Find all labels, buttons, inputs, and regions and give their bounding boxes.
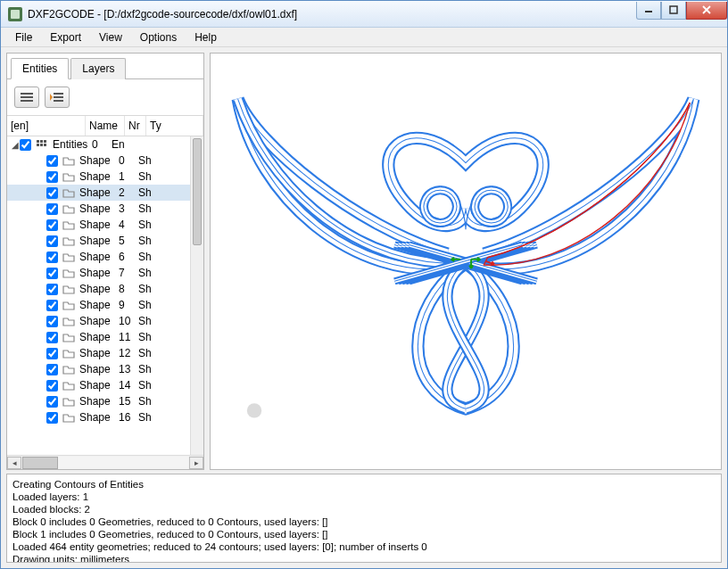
svg-rect-2: [37, 140, 39, 143]
menu-help[interactable]: Help: [187, 29, 224, 45]
folder-icon: [62, 331, 76, 343]
row-name: Shape: [79, 170, 119, 183]
tree-root-row[interactable]: ◢Entities0En: [7, 136, 190, 153]
row-checkbox[interactable]: [46, 332, 58, 343]
titlebar[interactable]: DXF2GCODE - [D:/dxf2gcode-sourcecode/dxf…: [1, 1, 727, 28]
horizontal-scrollbar[interactable]: ◂ ▸: [7, 455, 203, 469]
row-checkbox[interactable]: [46, 380, 58, 392]
folder-icon: [62, 251, 76, 263]
row-name: Shape: [79, 395, 119, 408]
row-checkbox[interactable]: [46, 155, 58, 167]
row-checkbox[interactable]: [46, 235, 58, 247]
tree-shape-row[interactable]: Shape4Sh: [7, 217, 190, 233]
row-ty: Sh: [138, 202, 152, 215]
row-ty: Sh: [138, 347, 152, 359]
tree-shape-row[interactable]: Shape15Sh: [7, 393, 190, 409]
row-checkbox[interactable]: [46, 203, 58, 215]
vertical-scrollbar[interactable]: [190, 136, 203, 455]
row-ty: Sh: [138, 283, 152, 295]
row-checkbox[interactable]: [46, 300, 58, 311]
tab-entities[interactable]: Entities: [11, 58, 69, 79]
log-line: Block 1 includes 0 Geometries, reduced t…: [12, 528, 716, 540]
svg-rect-5: [37, 144, 39, 146]
tree-shape-row[interactable]: Shape16Sh: [7, 409, 190, 425]
menu-file[interactable]: File: [8, 29, 39, 45]
tree-shape-row[interactable]: Shape9Sh: [7, 297, 190, 313]
tree-header: [en] Name Nr Ty: [7, 115, 203, 136]
row-ty: Sh: [138, 379, 152, 392]
row-nr: 16: [119, 411, 138, 424]
row-ty: En: [112, 138, 125, 151]
entities-icon: [35, 138, 49, 151]
row-ty: Sh: [138, 267, 152, 279]
tree-shape-row[interactable]: Shape14Sh: [7, 377, 190, 393]
row-checkbox[interactable]: [46, 171, 58, 183]
tree-body: ◢Entities0EnShape0ShShape1ShShape2ShShap…: [7, 136, 203, 455]
svg-rect-1: [670, 6, 677, 13]
tree-shape-row[interactable]: Shape8Sh: [7, 281, 190, 297]
row-checkbox[interactable]: [46, 284, 58, 295]
log-output[interactable]: Creating Contours of EntitiesLoaded laye…: [6, 474, 722, 563]
tree-shape-row[interactable]: Shape3Sh: [7, 201, 190, 217]
row-name: Shape: [79, 379, 119, 392]
hscroll-track[interactable]: [22, 457, 188, 469]
row-checkbox[interactable]: [46, 252, 58, 263]
drawing-canvas[interactable]: [210, 53, 722, 470]
row-checkbox[interactable]: [20, 139, 31, 151]
expand-all-button[interactable]: [45, 87, 70, 108]
hscroll-thumb[interactable]: [22, 457, 58, 469]
col-name[interactable]: Name: [86, 116, 125, 136]
row-ty: Sh: [138, 315, 152, 327]
maximize-button[interactable]: [661, 2, 686, 20]
row-ty: Sh: [138, 395, 152, 408]
tree-shape-row[interactable]: Shape6Sh: [7, 249, 190, 265]
folder-icon: [62, 411, 76, 424]
row-ty: Sh: [138, 235, 152, 247]
tree-shape-row[interactable]: Shape7Sh: [7, 265, 190, 281]
tree-shape-row[interactable]: Shape2Sh: [7, 185, 190, 201]
content-area: Entities Layers [en] Name Nr Ty: [1, 47, 727, 568]
row-checkbox[interactable]: [46, 187, 58, 199]
row-nr: 0: [92, 138, 112, 151]
scroll-right-button[interactable]: ▸: [189, 457, 203, 469]
scroll-thumb[interactable]: [193, 138, 202, 245]
svg-rect-7: [44, 144, 46, 146]
row-ty: Sh: [138, 219, 152, 231]
row-checkbox[interactable]: [46, 268, 58, 279]
tab-layers[interactable]: Layers: [70, 58, 126, 79]
app-icon: [8, 7, 22, 21]
row-checkbox[interactable]: [46, 364, 58, 375]
tree-shape-row[interactable]: Shape11Sh: [7, 329, 190, 345]
menu-export[interactable]: Export: [43, 29, 88, 45]
tree-shape-row[interactable]: Shape12Sh: [7, 345, 190, 361]
tree-shape-row[interactable]: Shape5Sh: [7, 233, 190, 249]
row-checkbox[interactable]: [46, 412, 58, 424]
col-en[interactable]: [en]: [7, 116, 86, 136]
tree-shape-row[interactable]: Shape1Sh: [7, 169, 190, 185]
folder-icon: [62, 363, 76, 375]
scroll-left-button[interactable]: ◂: [7, 457, 21, 469]
log-line: Loaded blocks: 2: [12, 503, 716, 515]
row-checkbox[interactable]: [46, 348, 58, 359]
origin-marker: [247, 403, 261, 417]
tree-shape-row[interactable]: Shape0Sh: [7, 153, 190, 169]
col-ty[interactable]: Ty: [146, 116, 203, 136]
menu-options[interactable]: Options: [133, 29, 184, 45]
row-checkbox[interactable]: [46, 396, 58, 408]
col-nr[interactable]: Nr: [125, 116, 146, 136]
log-line: Loaded layers: 1: [12, 491, 716, 503]
folder-icon: [62, 395, 76, 408]
close-button[interactable]: [686, 2, 727, 20]
log-line: Creating Contours of Entities: [12, 478, 716, 491]
collapse-all-button[interactable]: [14, 87, 39, 108]
tree-rows[interactable]: ◢Entities0EnShape0ShShape1ShShape2ShShap…: [7, 136, 190, 455]
menu-view[interactable]: View: [92, 29, 129, 45]
row-ty: Sh: [138, 186, 152, 199]
minimize-button[interactable]: [636, 2, 661, 20]
window-buttons: [636, 2, 727, 20]
tree-shape-row[interactable]: Shape10Sh: [7, 313, 190, 329]
row-nr: 6: [119, 251, 138, 263]
tree-shape-row[interactable]: Shape13Sh: [7, 361, 190, 377]
row-checkbox[interactable]: [46, 219, 58, 231]
row-checkbox[interactable]: [46, 316, 58, 327]
